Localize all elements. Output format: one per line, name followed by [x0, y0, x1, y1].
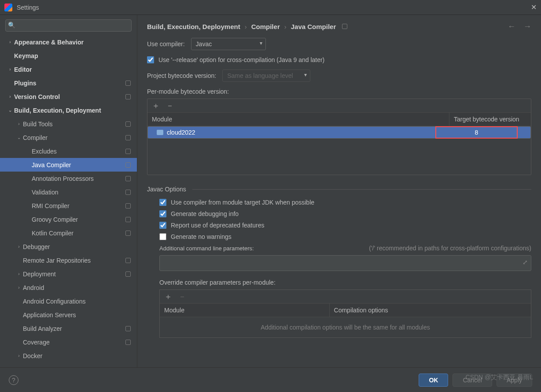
- chevron-icon: ⌄: [15, 135, 23, 140]
- opt-deprecated-checkbox[interactable]: Report use of deprecated features: [159, 222, 531, 229]
- tree-item-coverage[interactable]: Coverage: [0, 335, 137, 349]
- tree-item-annotation-processors[interactable]: Annotation Processors: [0, 172, 137, 185]
- target-bytecode-cell[interactable]: 8: [436, 127, 517, 138]
- breadcrumb-item[interactable]: Compiler: [251, 23, 280, 30]
- tree-item-application-servers[interactable]: Application Servers: [0, 308, 137, 322]
- breadcrumb-item: Java Compiler: [291, 23, 336, 30]
- javac-options-legend: Javac Options: [147, 186, 192, 193]
- project-badge-icon: [125, 176, 131, 181]
- dialog-footer: ? OK Cancel Apply: [0, 367, 541, 392]
- project-badge-icon: [125, 326, 131, 331]
- project-badge-icon: [125, 162, 131, 168]
- column-module[interactable]: Module: [147, 113, 449, 126]
- search-input[interactable]: [5, 19, 132, 32]
- search-field[interactable]: 🔍: [5, 19, 132, 32]
- app-logo-icon: [4, 4, 12, 11]
- project-badge-icon: [125, 217, 131, 222]
- project-badge-icon: [342, 24, 347, 29]
- folder-icon: [157, 130, 163, 135]
- override-empty-text: Additional compilation options will be t…: [160, 317, 531, 337]
- expand-icon[interactable]: ⤢: [523, 259, 528, 266]
- tree-item-build-execution-deployment[interactable]: ⌄Build, Execution, Deployment: [0, 103, 137, 117]
- breadcrumb: Build, Execution, Deployment › Compiler …: [137, 15, 541, 38]
- use-compiler-label: Use compiler:: [147, 40, 185, 48]
- addl-params-hint: ('/' recommended in paths for cross-plat…: [369, 245, 531, 252]
- addl-params-label: Additional command line parameters:: [159, 245, 254, 252]
- chevron-icon: ›: [6, 67, 14, 72]
- add-icon[interactable]: ＋: [152, 102, 160, 110]
- search-icon: 🔍: [8, 22, 15, 29]
- override-table: ＋ － Module Compilation options Additiona…: [159, 289, 531, 338]
- project-badge-icon: [125, 81, 131, 86]
- tree-item-android[interactable]: ›Android: [0, 281, 137, 294]
- per-module-label: Per-module bytecode version:: [147, 88, 531, 95]
- chevron-icon: ›: [15, 271, 23, 276]
- chevron-icon: ›: [15, 121, 23, 126]
- close-icon[interactable]: ✕: [531, 3, 537, 11]
- chevron-icon: ›: [6, 40, 14, 44]
- tree-item-rmi-compiler[interactable]: RMI Compiler: [0, 199, 137, 212]
- tree-item-android-configurations[interactable]: Android Configurations: [0, 294, 137, 308]
- column-target[interactable]: Target bytecode version: [449, 113, 531, 126]
- tree-item-plugins[interactable]: Plugins: [0, 76, 137, 90]
- project-badge-icon: [125, 149, 131, 154]
- tree-item-remote-jar-repositories[interactable]: Remote Jar Repositories: [0, 253, 137, 267]
- project-badge-icon: [125, 121, 131, 127]
- chevron-icon: ›: [15, 353, 23, 358]
- settings-tree[interactable]: ›Appearance & BehaviorKeymap›EditorPlugi…: [0, 35, 137, 367]
- table-row[interactable]: cloud20228: [147, 126, 531, 139]
- opt-debug-checkbox[interactable]: Generate debugging info: [159, 210, 531, 217]
- project-badge-icon: [125, 203, 131, 209]
- column-options[interactable]: Compilation options: [330, 304, 531, 317]
- window-title: Settings: [17, 4, 39, 11]
- tree-item-docker[interactable]: ›Docker: [0, 349, 137, 363]
- chevron-right-icon: ›: [245, 23, 247, 30]
- tree-item-compiler[interactable]: ⌄Compiler: [0, 131, 137, 144]
- nav-back-icon[interactable]: ←: [508, 22, 515, 31]
- breadcrumb-item[interactable]: Build, Execution, Deployment: [147, 23, 240, 30]
- project-badge-icon: [125, 258, 131, 263]
- settings-sidebar: 🔍 ›Appearance & BehaviorKeymap›EditorPlu…: [0, 15, 137, 367]
- override-label: Override compiler parameters per-module:: [159, 279, 531, 286]
- tree-item-deployment[interactable]: ›Deployment: [0, 267, 137, 281]
- project-badge-icon: [125, 135, 131, 140]
- tree-item-debugger[interactable]: ›Debugger: [0, 240, 137, 253]
- chevron-icon: ›: [15, 244, 23, 249]
- tree-item-groovy-compiler[interactable]: Groovy Compiler: [0, 212, 137, 226]
- tree-item-validation[interactable]: Validation: [0, 185, 137, 199]
- project-bytecode-label: Project bytecode version:: [147, 72, 216, 79]
- chevron-icon: ›: [6, 94, 14, 99]
- remove-icon: －: [178, 293, 186, 300]
- nav-forward-icon[interactable]: →: [523, 22, 531, 31]
- project-badge-icon: [125, 340, 131, 345]
- project-badge-icon: [125, 231, 131, 236]
- addl-params-input[interactable]: [159, 255, 531, 271]
- chevron-icon: ⌄: [6, 108, 14, 113]
- help-icon[interactable]: ?: [9, 375, 18, 385]
- tree-item-excludes[interactable]: Excludes: [0, 144, 137, 158]
- tree-item-version-control[interactable]: ›Version Control: [0, 90, 137, 103]
- tree-item-build-analyzer[interactable]: Build Analyzer: [0, 322, 137, 335]
- project-bytecode-select[interactable]: Same as language level: [222, 70, 310, 82]
- tree-item-editor[interactable]: ›Editor: [0, 62, 137, 76]
- tree-item-build-tools[interactable]: ›Build Tools: [0, 117, 137, 131]
- opt-jdk-checkbox[interactable]: Use compiler from module target JDK when…: [159, 199, 531, 206]
- titlebar: Settings ✕: [0, 0, 541, 15]
- cancel-button[interactable]: Cancel: [453, 374, 492, 387]
- apply-button[interactable]: Apply: [497, 374, 532, 387]
- tree-item-keymap[interactable]: Keymap: [0, 49, 137, 62]
- tree-item-appearance-behavior[interactable]: ›Appearance & Behavior: [0, 35, 137, 49]
- opt-nowarn-checkbox[interactable]: Generate no warnings: [159, 233, 531, 240]
- project-badge-icon: [125, 271, 131, 277]
- add-icon[interactable]: ＋: [164, 293, 172, 300]
- chevron-right-icon: ›: [284, 23, 287, 30]
- per-module-table: ＋ － Module Target bytecode version cloud…: [147, 99, 531, 175]
- use-compiler-select[interactable]: Javac: [191, 38, 266, 50]
- column-module[interactable]: Module: [160, 304, 330, 317]
- tree-item-java-compiler[interactable]: Java Compiler: [0, 158, 137, 172]
- ok-button[interactable]: OK: [419, 374, 448, 387]
- release-option-checkbox[interactable]: Use '--release' option for cross-compila…: [147, 56, 531, 63]
- tree-item-kotlin-compiler[interactable]: Kotlin Compiler: [0, 226, 137, 240]
- remove-icon[interactable]: －: [166, 102, 174, 110]
- project-badge-icon: [125, 94, 131, 99]
